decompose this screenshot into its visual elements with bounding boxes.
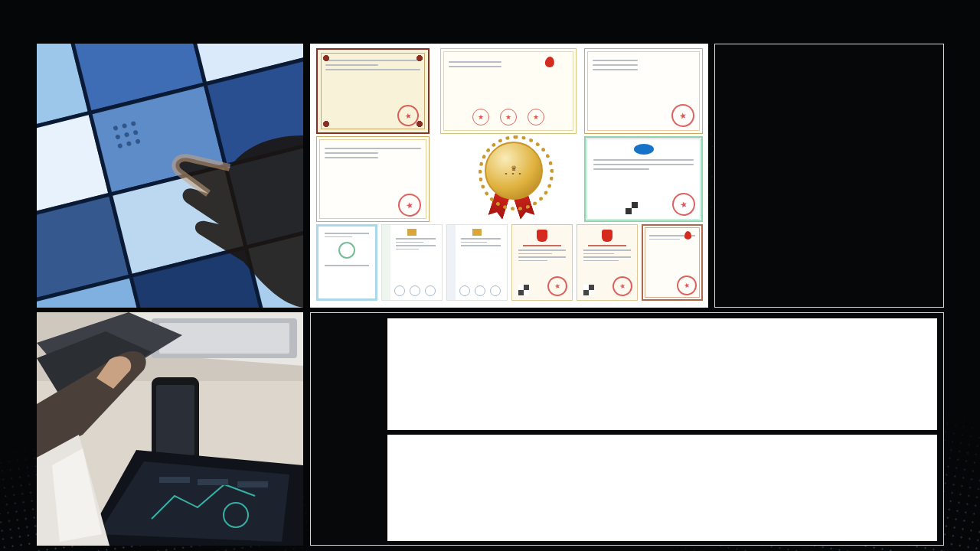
- certificate-iso-registration-1: [381, 224, 443, 301]
- text-line: [518, 260, 547, 262]
- social-recognition-panel: [714, 44, 944, 308]
- green-seal: [338, 242, 355, 259]
- video-wall-illustration: [37, 44, 303, 308]
- text-line: [325, 265, 369, 266]
- patents-panel: [310, 312, 944, 546]
- seal-row: ★ ★ ★: [441, 109, 576, 126]
- text-line: [593, 168, 649, 170]
- logo-circle: [475, 285, 485, 296]
- text-line: [325, 152, 378, 154]
- text-line: [325, 236, 352, 238]
- red-seal: ★: [528, 109, 544, 126]
- certificate-power-of-attorney: [316, 224, 377, 301]
- certificate-software-enterprise: ★: [584, 136, 703, 222]
- honor-medal: ♛ • • •: [468, 134, 558, 224]
- crest-icon: [407, 229, 416, 236]
- certificate-eagle-plan: ★: [584, 48, 703, 134]
- text-line: [593, 159, 694, 161]
- photo-video-wall: [37, 44, 303, 308]
- text-line: [461, 238, 501, 240]
- qr-code: [626, 202, 638, 214]
- text-line: [583, 249, 631, 251]
- text-line: [593, 69, 638, 70]
- red-seal: ★: [670, 191, 697, 218]
- certificate-rnd-center: ★: [316, 136, 430, 222]
- text-line: [325, 233, 369, 234]
- accreditation-logos: [394, 285, 436, 296]
- text-line: [518, 253, 552, 255]
- text-line: [325, 60, 420, 61]
- corner-ornament: [322, 54, 330, 62]
- text-line: [583, 260, 619, 262]
- qr-code: [583, 285, 594, 295]
- certificate-iso-registration-2: [446, 224, 508, 301]
- certificate-qualification: ★: [316, 48, 430, 134]
- text-line: [325, 157, 378, 158]
- logo-circle: [459, 285, 470, 296]
- logo-circle: [425, 285, 436, 296]
- red-seal: ★: [396, 191, 423, 219]
- national-emblem-icon: [602, 230, 612, 242]
- red-seal: ★: [500, 109, 517, 126]
- text-line: [461, 242, 487, 243]
- red-title-line: [523, 245, 561, 246]
- medal-dots: • • •: [505, 171, 523, 176]
- logo-circle: [410, 285, 420, 296]
- flame-icon: [544, 56, 555, 68]
- text-line: [593, 60, 638, 61]
- text-line: [583, 256, 631, 258]
- crest-icon: [472, 229, 482, 236]
- text-line: [396, 245, 436, 246]
- red-seal: ★: [675, 274, 699, 298]
- certificates-panel: ★ ★ ★ ★ ★ ★ ♛ • • •: [310, 44, 708, 308]
- text-line: [325, 64, 378, 66]
- qr-code: [518, 285, 529, 295]
- accreditation-logos: [459, 285, 501, 296]
- side-band-text: [382, 225, 390, 300]
- certificate-hitech-enterprise: ★ ★ ★: [440, 48, 577, 134]
- logo-circle: [490, 285, 501, 296]
- text-line: [649, 239, 680, 240]
- certificate-zhejiang-sme: ★: [642, 224, 703, 301]
- text-line: [461, 245, 501, 246]
- text-line: [583, 253, 614, 255]
- copyright-strip-top: [387, 318, 937, 430]
- corner-ornament: [416, 54, 423, 62]
- copyright-strip-bottom: [387, 435, 937, 541]
- text-line: [449, 61, 501, 63]
- small-certificates-row: ★ ★ ★: [310, 224, 708, 303]
- red-seal: ★: [669, 102, 697, 129]
- corner-ornament: [322, 120, 330, 128]
- workspace-illustration: [37, 312, 303, 546]
- slide: { "colors": { "accent": "#2f9dff", "seal…: [0, 0, 980, 551]
- text-line: [325, 69, 420, 70]
- side-band-text: [447, 225, 456, 300]
- text-line: [449, 66, 501, 67]
- logo-circle: [394, 285, 405, 296]
- certificate-national-emblem-1: ★: [511, 224, 573, 301]
- certificate-national-emblem-2: ★: [577, 224, 638, 301]
- text-line: [593, 164, 694, 165]
- red-seal: ★: [472, 109, 489, 126]
- csia-logo: [634, 144, 654, 155]
- photo-workspace: [37, 312, 303, 546]
- red-title-line: [588, 245, 626, 246]
- medal-coin: ♛ • • •: [485, 142, 543, 200]
- text-line: [325, 148, 421, 149]
- text-line: [396, 238, 436, 240]
- text-line: [396, 242, 423, 243]
- red-seal: ★: [546, 275, 570, 298]
- red-seal: ★: [611, 275, 635, 298]
- text-line: [593, 64, 638, 66]
- national-emblem-icon: [537, 230, 547, 242]
- text-line: [518, 249, 566, 251]
- text-line: [518, 256, 566, 258]
- flame-icon: [684, 231, 691, 240]
- text-line: [396, 249, 419, 250]
